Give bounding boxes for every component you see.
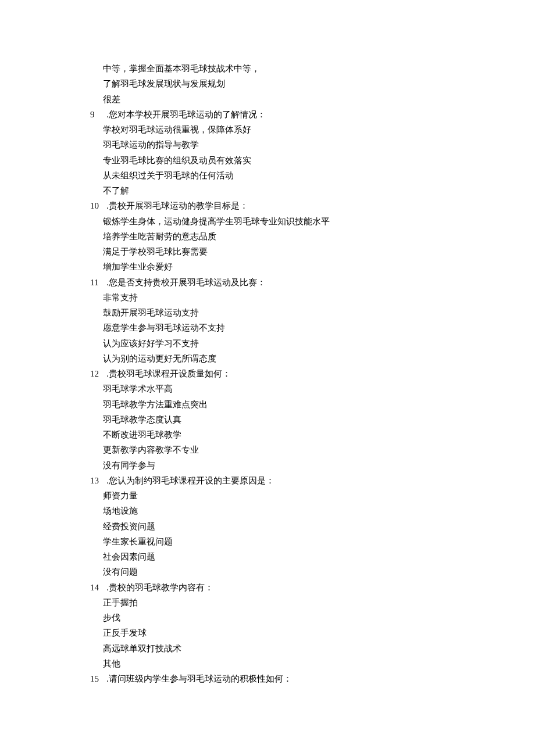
option-line: 没有同学参与 — [90, 458, 445, 473]
option-line: 愿意学生参与羽毛球运动不支持 — [90, 320, 445, 335]
option-line: 满足于学校羽毛球比赛需要 — [90, 244, 445, 259]
option-line: 了解羽毛球发展现状与发展规划 — [90, 76, 445, 91]
option-line: 高远球单双打技战术 — [90, 641, 445, 656]
option-line: 学校对羽毛球运动很重视，保障体系好 — [90, 122, 445, 137]
question-number: 15 — [90, 671, 106, 686]
option-line: 从未组织过关于羽毛球的任何活动 — [90, 168, 445, 183]
option-line: 鼓励开展羽毛球运动支持 — [90, 305, 445, 320]
option-line: 其他 — [90, 656, 445, 671]
question-text: .贵校羽毛球课程开设质量如何： — [106, 366, 445, 381]
option-line: 更新教学内容教学不专业 — [90, 442, 445, 457]
option-line: 学生家长重视问题 — [90, 534, 445, 549]
question-line: 12 .贵校羽毛球课程开设质量如何： — [90, 366, 445, 381]
question-number: 10 — [90, 198, 106, 213]
question-number: 12 — [90, 366, 106, 381]
question-text: .请问班级内学生参与羽毛球运动的积极性如何： — [106, 671, 445, 686]
question-block: 14 .贵校的羽毛球教学内容有： 正手握拍 步伐 正反手发球 高远球单双打技战术… — [90, 580, 445, 672]
option-line: 增加学生业余爱好 — [90, 259, 445, 274]
question-line: 15 .请问班级内学生参与羽毛球运动的积极性如何： — [90, 671, 445, 686]
option-line: 正手握拍 — [90, 595, 445, 610]
question-block: 15 .请问班级内学生参与羽毛球运动的积极性如何： — [90, 671, 445, 686]
option-line: 经费投资问题 — [90, 519, 445, 534]
question-number: 13 — [90, 473, 106, 488]
option-line: 培养学生吃苦耐劳的意志品质 — [90, 229, 445, 244]
option-line: 步伐 — [90, 610, 445, 625]
option-line: 羽毛球运动的指导与教学 — [90, 137, 445, 152]
option-line: 不了解 — [90, 183, 445, 198]
question-text: .贵校的羽毛球教学内容有： — [106, 580, 445, 595]
option-line: 非常支持 — [90, 290, 445, 305]
option-line: 认为别的运动更好无所谓态度 — [90, 351, 445, 366]
question-number: 11 — [90, 275, 106, 290]
option-line: 师资力量 — [90, 488, 445, 503]
question-text: .贵校开展羽毛球运动的教学目标是： — [106, 198, 445, 213]
leading-options-block: 中等，掌握全面基本羽毛球技战术中等， 了解羽毛球发展现状与发展规划 很差 — [90, 61, 445, 107]
option-line: 没有问题 — [90, 564, 445, 579]
question-block: 9 .您对本学校开展羽毛球运动的了解情况： 学校对羽毛球运动很重视，保障体系好 … — [90, 107, 445, 199]
option-line: 不断改进羽毛球教学 — [90, 427, 445, 442]
question-number: 9 — [90, 107, 106, 122]
document-page: 中等，掌握全面基本羽毛球技战术中等， 了解羽毛球发展现状与发展规划 很差 9 .… — [0, 0, 535, 756]
question-text: .您认为制约羽毛球课程开设的主要原因是： — [106, 473, 445, 488]
question-line: 13 .您认为制约羽毛球课程开设的主要原因是： — [90, 473, 445, 488]
option-line: 羽毛球教学方法重难点突出 — [90, 397, 445, 412]
option-line: 社会因素问题 — [90, 549, 445, 564]
option-line: 很差 — [90, 92, 445, 107]
question-number: 14 — [90, 580, 106, 595]
option-line: 羽毛球教学态度认真 — [90, 412, 445, 427]
option-line: 专业羽毛球比赛的组织及动员有效落实 — [90, 153, 445, 168]
option-line: 羽毛球学术水平高 — [90, 381, 445, 396]
option-line: 认为应该好好学习不支持 — [90, 336, 445, 351]
option-line: 场地设施 — [90, 503, 445, 518]
question-line: 11 .您是否支持贵校开展羽毛球运动及比赛： — [90, 275, 445, 290]
question-text: .您对本学校开展羽毛球运动的了解情况： — [106, 107, 445, 122]
option-line: 正反手发球 — [90, 625, 445, 640]
option-line: 锻炼学生身体，运动健身提高学生羽毛球专业知识技能水平 — [90, 214, 445, 229]
question-text: .您是否支持贵校开展羽毛球运动及比赛： — [106, 275, 445, 290]
option-line: 中等，掌握全面基本羽毛球技战术中等， — [90, 61, 445, 76]
question-block: 13 .您认为制约羽毛球课程开设的主要原因是： 师资力量 场地设施 经费投资问题… — [90, 473, 445, 580]
question-line: 10 .贵校开展羽毛球运动的教学目标是： — [90, 198, 445, 213]
question-block: 10 .贵校开展羽毛球运动的教学目标是： 锻炼学生身体，运动健身提高学生羽毛球专… — [90, 198, 445, 274]
question-block: 11 .您是否支持贵校开展羽毛球运动及比赛： 非常支持 鼓励开展羽毛球运动支持 … — [90, 275, 445, 367]
question-line: 14 .贵校的羽毛球教学内容有： — [90, 580, 445, 595]
question-line: 9 .您对本学校开展羽毛球运动的了解情况： — [90, 107, 445, 122]
question-block: 12 .贵校羽毛球课程开设质量如何： 羽毛球学术水平高 羽毛球教学方法重难点突出… — [90, 366, 445, 473]
